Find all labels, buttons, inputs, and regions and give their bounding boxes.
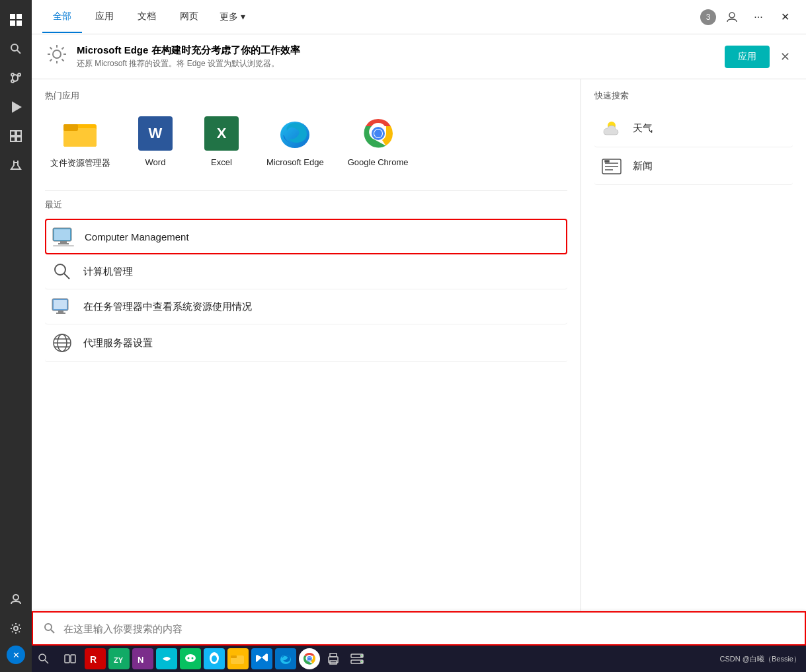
weather-icon <box>600 119 624 137</box>
edge-banner-close-btn[interactable]: ✕ <box>778 47 793 67</box>
app-item-word[interactable]: W Word <box>129 110 182 174</box>
svg-point-16 <box>13 595 19 600</box>
svg-text:R: R <box>90 654 97 665</box>
svg-text:N: N <box>138 655 143 665</box>
app-item-edge[interactable]: Microsoft Edge <box>261 110 329 174</box>
sidebar: ✕ <box>0 0 32 672</box>
edge-apply-button[interactable]: 应用 <box>725 46 770 68</box>
svg-rect-21 <box>63 128 97 147</box>
quick-search-title: 快速搜索 <box>594 90 793 102</box>
taskbar-app-penguin[interactable] <box>204 648 225 669</box>
taskbar-right-area: CSDN @白曦（Bessie） <box>720 654 801 664</box>
svg-rect-14 <box>17 137 21 141</box>
app-item-file-explorer[interactable]: 文件资源管理器 <box>45 110 116 174</box>
svg-point-19 <box>53 50 61 58</box>
sidebar-run-icon[interactable] <box>4 95 28 119</box>
taskmanager-icon <box>50 297 74 316</box>
svg-rect-12 <box>17 131 21 135</box>
svg-point-8 <box>11 80 14 83</box>
svg-point-81 <box>361 661 363 663</box>
taskbar-app-zy[interactable]: ZY <box>108 648 130 669</box>
svg-rect-31 <box>58 243 69 244</box>
jisuanji-label: 计算机管理 <box>83 266 133 278</box>
svg-rect-2 <box>10 20 15 26</box>
taskbar-app-wechat[interactable] <box>180 648 201 669</box>
taskbar-app-server[interactable] <box>346 648 368 669</box>
sidebar-flask-icon[interactable] <box>4 153 28 177</box>
search-bar <box>32 611 806 646</box>
svg-line-51 <box>51 630 54 633</box>
svg-marker-10 <box>13 102 20 112</box>
svg-rect-11 <box>11 131 15 135</box>
chrome-icon <box>360 115 397 152</box>
sidebar-windows-icon[interactable] <box>4 8 28 32</box>
svg-rect-3 <box>17 20 22 26</box>
taskbar-app-vscode[interactable] <box>251 648 272 669</box>
svg-point-63 <box>185 654 196 662</box>
svg-rect-59 <box>71 655 75 663</box>
quick-search-news[interactable]: 新闻 <box>594 147 793 185</box>
tab-all[interactable]: 全部 <box>42 1 82 33</box>
taskbar-search-btn[interactable] <box>32 647 56 671</box>
svg-rect-13 <box>11 137 15 141</box>
svg-rect-22 <box>63 124 78 131</box>
edge-banner-subtitle: 还原 Microsoft 推荐的设置。将 Edge 设置为默认浏览器。 <box>77 58 717 69</box>
globe-icon <box>50 332 74 354</box>
svg-point-74 <box>308 657 311 661</box>
weather-label: 天气 <box>633 122 653 135</box>
app-item-excel[interactable]: X Excel <box>195 110 248 174</box>
taskmanager-label: 在任务管理器中查看系统资源使用情况 <box>83 301 252 313</box>
svg-point-6 <box>11 73 14 76</box>
search-input[interactable] <box>63 623 794 634</box>
recent-item-proxy[interactable]: 代理服务器设置 <box>45 324 567 362</box>
close-btn[interactable]: ✕ <box>774 7 795 28</box>
more-btn[interactable]: ··· <box>748 7 769 28</box>
sidebar-extensions-icon[interactable] <box>4 124 28 148</box>
search-content: 热门应用 文件资源管理器 W <box>32 79 806 618</box>
word-icon: W <box>137 115 174 152</box>
app-label-chrome: Google Chrome <box>348 157 409 167</box>
tab-badge: 3 <box>700 9 716 25</box>
app-label-file-explorer: 文件资源管理器 <box>50 157 110 169</box>
svg-line-34 <box>64 274 69 279</box>
taskbar-app-onenote[interactable]: N <box>132 648 153 669</box>
left-column: 热门应用 文件资源管理器 W <box>32 79 581 618</box>
tab-more[interactable]: 更多 ▾ <box>212 6 253 28</box>
svg-point-67 <box>212 655 217 662</box>
sidebar-git-icon[interactable] <box>4 66 28 90</box>
recent-item-taskmanager[interactable]: 在任务管理器中查看系统资源使用情况 <box>45 289 567 324</box>
taskbar-app-chrome-tb[interactable] <box>299 648 320 669</box>
sidebar-account-icon[interactable] <box>4 587 28 611</box>
taskbar-app-printer[interactable] <box>323 648 344 669</box>
news-icon <box>600 157 624 175</box>
quick-search-weather[interactable]: 天气 <box>594 110 793 147</box>
recent-item-computer-management[interactable]: Computer Management <box>45 219 567 254</box>
taskbar-app-edge-tb[interactable] <box>275 648 296 669</box>
user-icon-btn[interactable] <box>721 7 743 28</box>
edge-icon <box>276 115 313 152</box>
sidebar-warning-icon[interactable]: ✕ <box>7 646 25 664</box>
tab-docs[interactable]: 文档 <box>127 1 167 33</box>
svg-point-56 <box>39 654 46 661</box>
taskbar-app-blue[interactable] <box>156 648 177 669</box>
svg-rect-36 <box>54 300 67 309</box>
computer-management-label: Computer Management <box>85 231 189 243</box>
right-column: 快速搜索 天气 <box>581 79 806 618</box>
taskbar-app-tencent[interactable]: R <box>85 648 106 669</box>
app-item-chrome[interactable]: Google Chrome <box>343 110 414 174</box>
gear-icon <box>45 42 69 71</box>
svg-rect-29 <box>54 229 70 240</box>
svg-rect-30 <box>60 241 67 243</box>
svg-point-4 <box>11 44 18 51</box>
sidebar-settings-icon[interactable] <box>4 616 28 640</box>
taskbar-app-files[interactable] <box>227 648 249 669</box>
tab-web[interactable]: 网页 <box>169 1 209 33</box>
svg-rect-0 <box>10 14 15 19</box>
svg-point-18 <box>729 13 735 18</box>
search-panel: 全部 应用 文档 网页 更多 ▾ 3 ··· ✕ Microsoft Edge … <box>32 0 806 618</box>
sidebar-search-icon[interactable] <box>4 37 28 61</box>
tab-apps[interactable]: 应用 <box>85 1 124 33</box>
taskbar-task-view[interactable] <box>58 647 82 671</box>
svg-point-64 <box>188 657 190 659</box>
recent-item-jisuanji[interactable]: 计算机管理 <box>45 254 567 289</box>
